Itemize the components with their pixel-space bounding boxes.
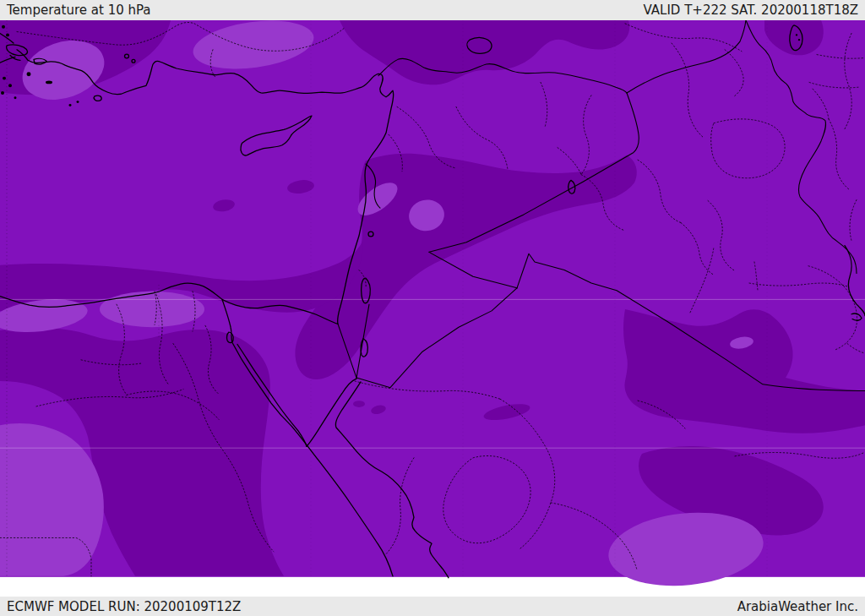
weather-map: [0, 20, 865, 597]
model-run-label: ECMWF MODEL RUN: 20200109T12Z: [7, 599, 241, 614]
map-title: Temperature at 10 hPa: [7, 3, 151, 18]
weather-map-viewer: Temperature at 10 hPa VALID T+222 SAT. 2…: [0, 0, 865, 616]
credit-label: ArabiaWeather Inc.: [737, 599, 858, 614]
footer-bar: ECMWF MODEL RUN: 20200109T12Z ArabiaWeat…: [0, 597, 865, 616]
temperature-map-canvas: [0, 20, 865, 597]
header-bar: Temperature at 10 hPa VALID T+222 SAT. 2…: [0, 0, 865, 20]
valid-time-label: VALID T+222 SAT. 20200118T18Z: [644, 3, 858, 18]
